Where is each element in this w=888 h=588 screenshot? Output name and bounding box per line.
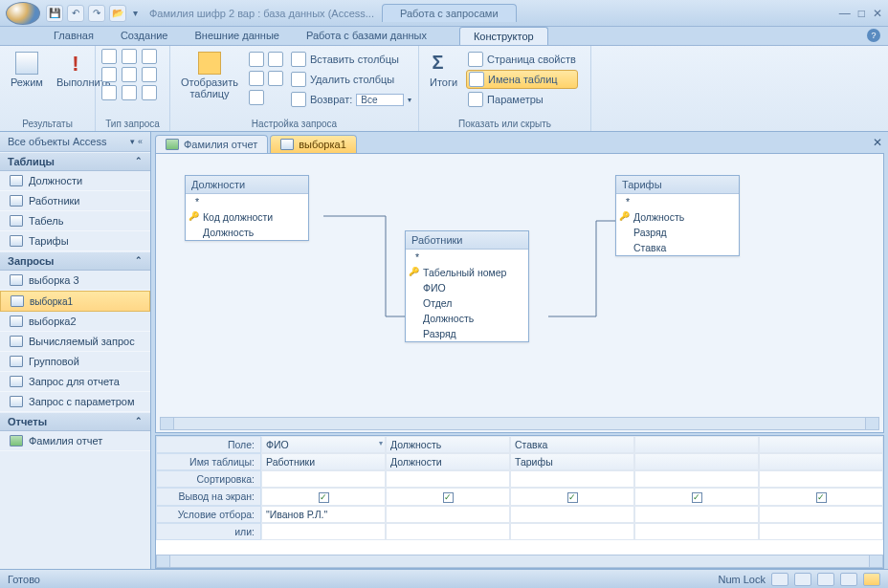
- grid-cell[interactable]: ✓: [510, 488, 634, 506]
- grid-cell[interactable]: [759, 470, 883, 488]
- grid-cell[interactable]: [510, 506, 634, 523]
- nav-item[interactable]: Тарифы: [0, 231, 150, 251]
- save-icon[interactable]: 💾: [46, 5, 63, 22]
- grid-cell[interactable]: ✓: [634, 488, 759, 506]
- tab-dbtools[interactable]: Работа с базами данных: [293, 27, 440, 45]
- return-rows[interactable]: Возврат:Все▾: [289, 91, 413, 108]
- field[interactable]: ФИО: [406, 280, 528, 295]
- tab-design[interactable]: Конструктор: [459, 27, 548, 45]
- table-box[interactable]: Работники*Табельный номерФИООтделДолжнос…: [405, 230, 529, 342]
- grid-cell[interactable]: "Иванов Р.Л.": [261, 506, 386, 523]
- view-datasheet-icon[interactable]: [771, 573, 788, 586]
- delete-cols-button[interactable]: Удалить столбцы: [289, 71, 413, 88]
- scroll-left-icon[interactable]: [161, 418, 174, 429]
- office-button[interactable]: [6, 2, 40, 25]
- qtype-icon[interactable]: [101, 85, 117, 100]
- scroll-right-icon[interactable]: [865, 418, 878, 429]
- show-checkbox[interactable]: ✓: [692, 492, 702, 503]
- table-header[interactable]: Должности: [186, 176, 308, 194]
- qtype-icon[interactable]: [142, 67, 157, 82]
- view-sql-icon[interactable]: [840, 573, 857, 586]
- nav-category[interactable]: Отчеты⌃: [0, 412, 150, 431]
- grid-cell[interactable]: Должности: [386, 453, 510, 470]
- nav-item[interactable]: выборка1: [0, 291, 150, 312]
- document-tab[interactable]: выборка1: [270, 135, 357, 153]
- field[interactable]: Отдел: [406, 295, 528, 311]
- nav-header[interactable]: Все объекты Access ▾ «: [0, 132, 150, 152]
- close-doc-icon[interactable]: ✕: [873, 136, 882, 149]
- grid-cell[interactable]: [510, 470, 634, 488]
- grid-cell[interactable]: [386, 470, 510, 488]
- grid-cell[interactable]: [386, 506, 510, 523]
- field[interactable]: Ставка: [616, 240, 739, 255]
- view-design-icon[interactable]: [863, 573, 880, 586]
- grid-cell[interactable]: Работники: [261, 453, 386, 470]
- field[interactable]: Должность: [186, 225, 308, 240]
- show-checkbox[interactable]: ✓: [567, 492, 578, 503]
- nav-item[interactable]: выборка2: [0, 312, 150, 332]
- grid-cell[interactable]: [510, 523, 634, 540]
- grid-cell[interactable]: [634, 470, 759, 488]
- tab-external[interactable]: Внешние данные: [182, 27, 293, 45]
- nav-item[interactable]: Запрос с параметром: [0, 392, 150, 412]
- field[interactable]: Разряд: [616, 225, 739, 240]
- nav-item[interactable]: Групповой: [0, 352, 150, 372]
- qtype-icon[interactable]: [122, 67, 137, 82]
- canvas-scrollbar[interactable]: [160, 417, 879, 430]
- nav-item[interactable]: Вычисляемый запрос: [0, 332, 150, 352]
- nav-item[interactable]: Фамилия отчет: [0, 431, 150, 451]
- grid-cell[interactable]: [634, 506, 759, 523]
- grid-cell[interactable]: [759, 436, 883, 453]
- nav-item[interactable]: Работники: [0, 191, 150, 211]
- chevron-up-icon[interactable]: ⌃: [135, 416, 143, 427]
- tab-create[interactable]: Создание: [107, 27, 182, 45]
- grid-cell[interactable]: [759, 453, 883, 470]
- qat-more-icon[interactable]: ▾: [130, 5, 140, 22]
- nav-item[interactable]: Должности: [0, 171, 150, 191]
- return-select[interactable]: Все: [356, 94, 404, 106]
- tab-home[interactable]: Главная: [40, 27, 107, 45]
- relationships-canvas[interactable]: Должности*Код должностиДолжностьРаботник…: [155, 153, 884, 433]
- parameters-button[interactable]: Параметры: [466, 91, 578, 108]
- nav-category[interactable]: Таблицы⌃: [0, 152, 150, 171]
- minimize-icon[interactable]: —: [839, 7, 851, 20]
- qtype-icon[interactable]: [101, 67, 117, 82]
- table-header[interactable]: Тарифы: [616, 176, 739, 194]
- rows-icons[interactable]: [247, 70, 285, 87]
- field[interactable]: Разряд: [406, 326, 528, 341]
- table-box[interactable]: Тарифы*ДолжностьРазрядСтавка: [615, 175, 740, 256]
- qtype-icon[interactable]: [101, 49, 117, 64]
- chevron-up-icon[interactable]: ⌃: [135, 156, 143, 167]
- builder-icon[interactable]: [247, 89, 285, 106]
- grid-cell[interactable]: [634, 436, 759, 453]
- grid-cell[interactable]: [634, 453, 759, 470]
- undo-icon[interactable]: ↶: [67, 5, 84, 22]
- grid-cell[interactable]: ✓: [386, 488, 510, 506]
- qtype-icon[interactable]: [142, 49, 157, 64]
- field[interactable]: Должность: [406, 311, 528, 326]
- qtype-icon[interactable]: [122, 49, 137, 64]
- show-checkbox[interactable]: ✓: [319, 492, 329, 503]
- field[interactable]: Код должности: [186, 209, 308, 225]
- field[interactable]: *: [186, 194, 308, 209]
- grid-cell[interactable]: [261, 470, 386, 488]
- help-icon[interactable]: ?: [867, 29, 880, 42]
- grid-cell[interactable]: Должность: [386, 436, 510, 453]
- show-checkbox[interactable]: ✓: [443, 492, 454, 503]
- table-box[interactable]: Должности*Код должностиДолжность: [185, 175, 309, 241]
- grid-cell[interactable]: Тарифы: [510, 453, 634, 470]
- qtype-icon[interactable]: [142, 85, 157, 100]
- show-table-button[interactable]: Отобразить таблицу: [176, 49, 243, 102]
- grid-cell[interactable]: ✓: [261, 488, 386, 506]
- document-tab[interactable]: Фамилия отчет: [155, 135, 268, 153]
- grid-cell[interactable]: [759, 523, 883, 540]
- nav-category[interactable]: Запросы⌃: [0, 251, 150, 271]
- dropdown-icon[interactable]: ▾: [379, 439, 383, 447]
- field[interactable]: *: [616, 194, 739, 209]
- show-checkbox[interactable]: ✓: [816, 492, 827, 503]
- grid-cell[interactable]: Ставка: [510, 436, 634, 453]
- totals-button[interactable]: ΣИтоги: [425, 49, 462, 91]
- rows-icons[interactable]: [247, 51, 285, 68]
- view-chart-icon[interactable]: [817, 573, 834, 586]
- grid-cell[interactable]: [261, 523, 386, 540]
